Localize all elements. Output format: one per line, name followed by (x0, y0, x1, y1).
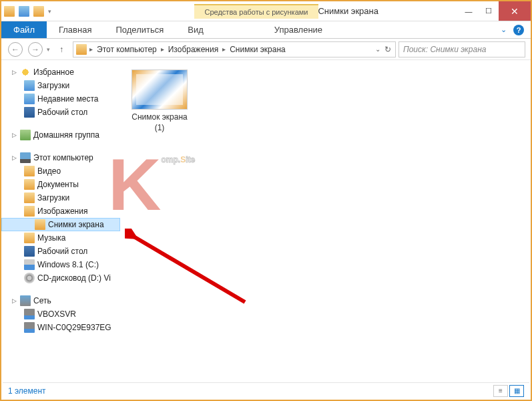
nav-history-chevron-icon[interactable]: ▾ (47, 46, 50, 53)
tree-desktop-pc[interactable]: Рабочий стол (1, 245, 120, 258)
tree-expand-icon[interactable]: ▷ (12, 69, 20, 76)
tree-label: Избранное (33, 68, 74, 77)
view-details-button[interactable]: ≡ (493, 385, 508, 397)
ribbon-tab-manage[interactable]: Управление (254, 21, 342, 38)
network-pc-icon (24, 322, 35, 333)
downloads-icon (24, 80, 35, 91)
tree-expand-icon[interactable]: ▷ (12, 132, 20, 138)
tree-label: Сеть (33, 296, 51, 305)
ribbon-tab-share[interactable]: Поделиться (103, 21, 176, 38)
tree-net-vboxsvr[interactable]: VBOXSVR (1, 307, 120, 321)
tree-downloads-pc[interactable]: Загрузки (1, 191, 120, 205)
desktop-icon (24, 246, 35, 257)
help-icon[interactable]: ? (513, 25, 524, 35)
cd-drive-icon (24, 273, 35, 283)
tree-this-pc[interactable]: ▷ Этот компьютер (1, 151, 120, 164)
tree-music[interactable]: Музыка (1, 231, 120, 245)
address-dropdown-icon[interactable]: ⌄ (375, 45, 380, 53)
folder-app-icon (4, 6, 15, 17)
file-thumbnail (131, 70, 188, 110)
nav-back-button[interactable]: ← (7, 41, 24, 58)
folder-icon (24, 206, 35, 217)
desktop-icon (24, 107, 35, 118)
tree-label: Рабочий стол (37, 108, 87, 117)
folder-icon (24, 179, 35, 190)
tree-documents[interactable]: Документы (1, 178, 120, 191)
nav-up-button[interactable]: ↑ (53, 41, 70, 58)
main-area: ▷ Избранное Загрузки Недавние места Рабо… (1, 60, 531, 385)
maximize-button[interactable]: ☐ (479, 1, 499, 21)
tree-pictures[interactable]: Изображения (1, 205, 120, 218)
tree-downloads[interactable]: Загрузки (1, 79, 120, 92)
content-pane[interactable]: Снимок экрана (1) (120, 60, 531, 385)
tree-collapse-icon[interactable]: ▷ (12, 154, 20, 161)
tree-label: WIN-C0Q29E937EG (37, 323, 111, 332)
tree-label: Недавние места (37, 94, 98, 104)
folder-icon (24, 192, 35, 203)
tree-net-win[interactable]: WIN-C0Q29E937EG (1, 321, 120, 334)
ribbon-expand-icon[interactable]: ⌄ (501, 25, 507, 34)
drive-icon (24, 259, 35, 270)
title-bar: ▾ Средства работы с рисунками Снимки экр… (1, 1, 531, 21)
window-title: Снимки экрана (318, 6, 378, 16)
qat-properties-icon[interactable] (19, 6, 29, 17)
address-folder-icon (76, 44, 87, 55)
tree-drive-c[interactable]: Windows 8.1 (C:) (1, 258, 120, 271)
ribbon-tabs: Файл Главная Поделиться Вид Управление ⌄… (1, 21, 531, 39)
crumb-chevron-icon[interactable]: ▸ (221, 45, 227, 53)
crumb-screenshots[interactable]: Снимки экрана (227, 42, 288, 57)
tree-label: Windows 8.1 (C:) (37, 260, 99, 269)
qat-chevron-icon[interactable]: ▾ (48, 8, 51, 15)
nav-forward-button[interactable]: → (27, 41, 44, 58)
tree-screenshots-selected[interactable]: Снимки экрана (1, 218, 120, 231)
address-bar[interactable]: ▸ Этот компьютер ▸ Изображения ▸ Снимки … (73, 41, 396, 57)
tree-label: Снимки экрана (48, 220, 104, 229)
tree-drive-d[interactable]: CD-дисковод (D:) Vi (1, 271, 120, 285)
tree-label: Изображения (37, 207, 87, 216)
tree-label: VBOXSVR (37, 309, 76, 319)
tree-label: Документы (37, 180, 79, 189)
ribbon-tab-view[interactable]: Вид (176, 21, 216, 38)
crumb-chevron-icon[interactable]: ▸ (160, 45, 166, 53)
tree-label: Загрузки (37, 81, 69, 90)
qat-new-folder-icon[interactable] (33, 6, 44, 17)
network-icon (20, 295, 31, 306)
tree-label: Загрузки (37, 193, 69, 203)
crumb-this-pc[interactable]: Этот компьютер (94, 42, 160, 57)
file-item[interactable]: Снимок экрана (1) (129, 70, 190, 133)
quick-access-toolbar: ▾ (1, 6, 54, 17)
search-input[interactable] (403, 45, 521, 54)
tree-favorites[interactable]: ▷ Избранное (1, 65, 120, 79)
close-button[interactable]: ✕ (499, 1, 531, 21)
view-icons-button[interactable]: ▦ (509, 385, 524, 397)
search-box[interactable] (398, 41, 525, 57)
tree-expand-icon[interactable]: ▷ (12, 297, 20, 304)
computer-icon (20, 152, 31, 163)
minimize-button[interactable]: — (459, 1, 479, 21)
status-bar: 1 элемент ≡ ▦ (3, 382, 529, 398)
navigation-pane[interactable]: ▷ Избранное Загрузки Недавние места Рабо… (1, 60, 120, 385)
navigation-bar: ← → ▾ ↑ ▸ Этот компьютер ▸ Изображения ▸… (1, 39, 531, 60)
file-name-label: Снимок экрана (1) (129, 112, 190, 133)
folder-icon (24, 166, 35, 176)
ribbon-file-tab[interactable]: Файл (1, 21, 47, 38)
context-tab-picture-tools[interactable]: Средства работы с рисунками (194, 4, 319, 19)
tree-label: Этот компьютер (33, 153, 93, 162)
status-item-count: 1 элемент (8, 386, 46, 396)
crumb-pictures[interactable]: Изображения (166, 42, 221, 57)
network-pc-icon (24, 309, 35, 319)
recent-icon (24, 94, 35, 104)
tree-desktop[interactable]: Рабочий стол (1, 106, 120, 119)
tree-recent[interactable]: Недавние места (1, 92, 120, 106)
tree-label: CD-дисковод (D:) Vi (37, 273, 111, 283)
tree-videos[interactable]: Видео (1, 164, 120, 178)
crumb-chevron-icon[interactable]: ▸ (88, 45, 94, 53)
tree-homegroup[interactable]: ▷ Домашняя группа (1, 128, 120, 142)
folder-icon (24, 233, 35, 243)
ribbon-tab-home[interactable]: Главная (47, 21, 103, 38)
window-controls: — ☐ ✕ (459, 1, 531, 21)
tree-label: Домашняя группа (33, 130, 99, 140)
tree-network[interactable]: ▷ Сеть (1, 294, 120, 307)
refresh-icon[interactable]: ↻ (384, 45, 391, 54)
tree-label: Рабочий стол (37, 247, 87, 256)
